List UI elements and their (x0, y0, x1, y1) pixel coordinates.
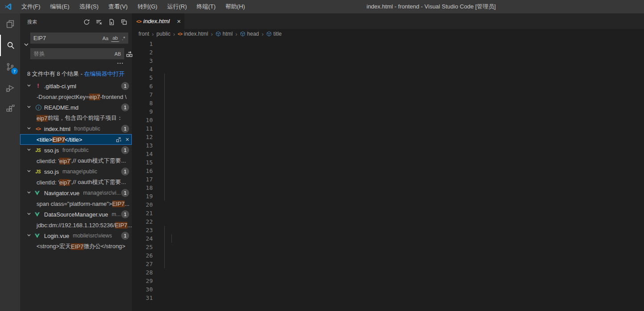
code-line-8: 8 (132, 99, 644, 107)
search-result-match-row[interactable]: eip7前端，包含四个前端子项目： (20, 113, 132, 123)
editor-pane: <> index.html × front›public›<>index.htm… (132, 13, 644, 311)
refresh-icon[interactable] (82, 17, 91, 26)
clear-search-results-icon[interactable] (94, 17, 103, 26)
html-file-icon: <> (34, 126, 42, 132)
search-result-match-row[interactable]: <title>EIP7</title>× (20, 134, 132, 145)
activity-extensions-icon[interactable] (0, 99, 20, 120)
menu-item-6[interactable]: 终端(T) (192, 1, 220, 12)
chevron-down-icon[interactable] (26, 104, 33, 111)
symbol-cube-icon (240, 31, 245, 37)
menu-item-4[interactable]: 转到(G) (133, 1, 163, 12)
replace-input[interactable] (33, 50, 112, 57)
file-path: manage\public (62, 168, 97, 175)
code-line-16: 16 (132, 167, 644, 175)
activity-source-control-icon[interactable]: 7 (0, 56, 20, 78)
breadcrumb-item-html[interactable]: html (216, 31, 233, 37)
menu-item-0[interactable]: 文件(F) (16, 1, 45, 12)
open-in-editor-link[interactable]: 在编辑器中打开 (84, 70, 125, 77)
open-new-search-editor-icon[interactable] (107, 17, 116, 26)
preserve-case-icon[interactable]: AB (113, 50, 122, 57)
search-input[interactable] (33, 35, 100, 41)
code-line-30: 30 (132, 285, 644, 294)
result-count-badge: 1 (121, 125, 129, 133)
toggle-search-details-icon[interactable]: ··· (20, 59, 132, 66)
file-path: m... (112, 211, 121, 217)
search-result-file-row[interactable]: <>index.htmlfront\public1 (20, 123, 132, 134)
file-name: Login.vue (44, 233, 69, 239)
match-highlight: EIP7 (52, 136, 65, 143)
match-highlight: eip7 (37, 115, 48, 122)
match-case-icon[interactable]: Aa (101, 35, 110, 42)
search-result-file-row[interactable]: !.gitlab-ci.yml1 (20, 81, 132, 91)
symbol-cube-icon (216, 31, 221, 37)
replace-match-icon[interactable] (116, 136, 122, 143)
search-result-file-row[interactable]: JSsso.jsmanage\public1 (20, 166, 132, 177)
chevron-down-icon[interactable] (26, 82, 33, 90)
code-line-19: 19 (132, 192, 644, 201)
activity-run-debug-icon[interactable] (0, 78, 20, 99)
breadcrumb-separator: › (261, 31, 265, 37)
js-file-icon: JS (34, 147, 42, 153)
open-in-editor-icon[interactable] (119, 17, 128, 26)
menu-item-2[interactable]: 选择(S) (74, 1, 103, 12)
menu-item-1[interactable]: 编辑(E) (45, 1, 74, 12)
match-text: <title> (37, 136, 52, 143)
regex-icon[interactable]: .* (121, 35, 126, 42)
search-result-match-row[interactable]: clientId: 'eip7',// oauth模式下需要... (20, 156, 132, 166)
search-result-file-row[interactable]: iREADME.md1 (20, 102, 132, 113)
code-line-25: 25 (132, 243, 644, 251)
toggle-replace-chevron-icon[interactable] (23, 41, 30, 48)
chevron-down-icon[interactable] (26, 168, 33, 175)
breadcrumb-separator: › (234, 31, 238, 37)
match-text: ... (127, 222, 132, 229)
tab-close-icon[interactable]: × (177, 17, 181, 25)
search-result-match-row[interactable]: jdbc:dm://192.168.1.120:5236/EIP7... (20, 220, 132, 230)
chevron-down-icon[interactable] (26, 232, 33, 239)
chevron-down-icon[interactable] (26, 211, 33, 218)
whole-word-icon[interactable]: ab (111, 34, 119, 42)
menu-item-5[interactable]: 运行(R) (162, 1, 192, 12)
code-line-6: 6 (132, 82, 644, 90)
menu-item-7[interactable]: 帮助(H) (220, 1, 250, 12)
search-result-file-row[interactable]: Navigator.vuemanage\src\vi...1 (20, 188, 132, 198)
code-line-26: 26 (132, 251, 644, 260)
search-result-file-row[interactable]: Login.vuemobile\src\views1 (20, 230, 132, 241)
match-text: <strong>宏天 (37, 242, 71, 250)
file-path: manage\src\vi... (83, 190, 121, 196)
chevron-down-icon[interactable] (26, 189, 33, 196)
match-highlight: EIP7 (112, 201, 125, 207)
dismiss-match-icon[interactable]: × (126, 136, 129, 143)
code-line-11: 11 (132, 124, 644, 133)
search-result-match-row[interactable]: -Dsonar.projectKey=eip7-frontend \ (20, 91, 132, 102)
breadcrumb-separator: › (209, 31, 214, 37)
code-editor[interactable]: 1234567891011121314151617181920212223242… (132, 39, 644, 311)
activity-explorer-icon[interactable] (0, 13, 20, 35)
code-line-20: 20 (132, 201, 644, 209)
search-result-match-row[interactable]: span class="platform-name">EIP7 ... (20, 198, 132, 209)
search-result-match-row[interactable]: <strong>宏天EIP7微办公</strong> (20, 241, 132, 252)
breadcrumb-item-title[interactable]: title (266, 31, 282, 37)
line-number: 29 (132, 277, 153, 285)
search-result-match-row[interactable]: clientId: 'eip7',// oauth模式下需要... (20, 177, 132, 188)
line-number: 26 (132, 251, 153, 260)
search-result-file-row[interactable]: JSsso.jsfront\public1 (20, 145, 132, 156)
vscode-logo-icon (4, 3, 12, 11)
search-result-file-row[interactable]: DataSourceManager.vuem...1 (20, 209, 132, 220)
breadcrumb-item-public[interactable]: public (156, 31, 170, 37)
code-line-28: 28 (132, 268, 644, 277)
breadcrumb-item-head[interactable]: head (240, 31, 259, 37)
breadcrumb-item-index.html[interactable]: <>index.html (178, 31, 208, 37)
line-number: 15 (132, 158, 153, 167)
breadcrumb-item-front[interactable]: front (139, 31, 149, 37)
match-text: ',// oauth模式下需要... (70, 157, 126, 165)
vue-file-icon (34, 191, 42, 196)
chevron-down-icon[interactable] (26, 147, 33, 154)
code-line-14: 14 (132, 150, 644, 158)
code-line-17: 17 (132, 175, 644, 184)
tab-index-html[interactable]: <> index.html × (132, 13, 184, 29)
match-text: ',// oauth模式下需要... (70, 178, 126, 186)
line-number: 22 (132, 217, 153, 226)
chevron-down-icon[interactable] (26, 125, 33, 132)
menu-item-3[interactable]: 查看(V) (103, 1, 132, 12)
activity-search-icon[interactable] (0, 35, 20, 56)
